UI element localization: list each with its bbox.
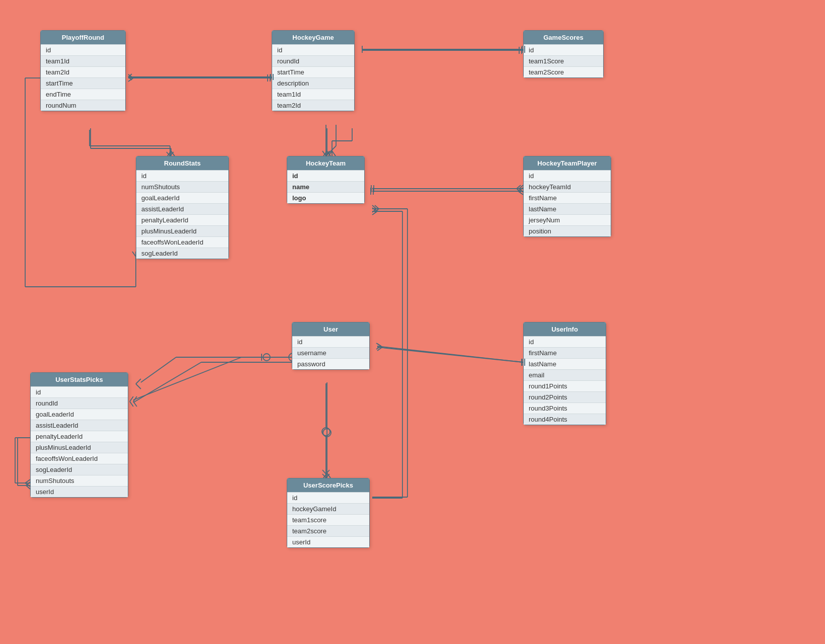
table-user-score-picks: UserScorePicks id hockeyGameId team1scor… [287, 478, 370, 548]
svg-line-27 [141, 357, 176, 382]
table-round-stats: RoundStats id numShutouts goalLeaderId a… [136, 156, 229, 259]
table-playoff-round: PlayoffRound id team1Id team2Id startTim… [40, 30, 126, 111]
field-uscp-userid: userId [287, 536, 369, 547]
svg-line-96 [130, 396, 133, 401]
field-usp-sogleaderid: sogLeaderId [31, 464, 128, 475]
svg-line-25 [518, 191, 523, 195]
svg-line-34 [133, 362, 201, 403]
table-header-user: User [292, 323, 369, 336]
field-hg-team2id: team2Id [272, 100, 354, 111]
svg-line-24 [518, 188, 523, 191]
svg-line-59 [25, 479, 30, 483]
table-header-hockey-team-player: HockeyTeamPlayer [524, 156, 611, 170]
table-game-scores: GameScores id team1Score team2Score [523, 30, 604, 78]
table-user: User id username password [292, 322, 370, 370]
svg-line-85 [517, 185, 521, 189]
field-ui-lastname: lastName [524, 358, 606, 369]
svg-line-87 [377, 346, 523, 362]
field-usp-assistleaderid: assistLeaderId [31, 420, 128, 431]
table-header-user-info: UserInfo [524, 323, 606, 336]
field-rs-penaltyleaderid: penaltyLeaderId [136, 214, 228, 225]
svg-line-60 [25, 483, 30, 487]
table-hockey-game: HockeyGame id roundId startTime descript… [272, 30, 355, 111]
svg-line-49 [372, 211, 377, 215]
field-uscp-id: id [287, 492, 369, 503]
svg-line-42 [377, 347, 382, 351]
svg-line-71 [322, 151, 326, 156]
svg-line-20 [332, 151, 336, 156]
svg-line-78 [167, 152, 170, 156]
field-pr-id: id [41, 44, 125, 55]
field-usp-userid: userId [31, 486, 128, 497]
field-usp-numshutouts: numShutouts [31, 475, 128, 486]
field-htp-id: id [524, 170, 611, 181]
field-rs-id: id [136, 170, 228, 181]
field-hg-id: id [272, 44, 354, 55]
svg-line-88 [376, 343, 381, 346]
svg-line-83 [519, 185, 523, 189]
field-rs-assistleaderid: assistLeaderId [136, 203, 228, 214]
svg-point-37 [323, 429, 331, 437]
table-header-hockey-team: HockeyTeam [287, 156, 364, 170]
field-ht-logo: logo [287, 192, 364, 203]
svg-line-105 [322, 470, 326, 474]
svg-line-19 [328, 151, 332, 156]
svg-line-40 [377, 347, 523, 362]
svg-line-39 [327, 473, 331, 478]
field-rs-plusminusleaderid: plusMinusLeaderId [136, 225, 228, 236]
field-usp-goalleaderid: goalLeaderId [31, 409, 128, 420]
svg-line-112 [375, 205, 379, 209]
field-usp-plusminusleaderid: plusMinusLeaderId [31, 442, 128, 453]
svg-line-38 [323, 473, 327, 478]
svg-line-62 [128, 74, 132, 77]
field-u-username: username [292, 347, 369, 358]
svg-line-31 [136, 379, 141, 384]
svg-line-93 [133, 357, 241, 400]
svg-line-111 [372, 209, 376, 212]
field-htp-firstname: firstName [524, 192, 611, 203]
svg-line-117 [26, 482, 30, 486]
field-usp-faceoffswonleaderid: faceoffsWonLeaderId [31, 453, 128, 464]
table-hockey-team-player: HockeyTeamPlayer id hockeyTeamId firstNa… [523, 156, 611, 237]
diagram-container: PlayoffRound id team1Id team2Id startTim… [0, 0, 825, 644]
field-ui-round1points: round1Points [524, 380, 606, 391]
svg-line-106 [326, 470, 329, 474]
field-gs-team2score: team2Score [524, 66, 603, 77]
field-u-id: id [292, 336, 369, 347]
svg-line-12 [171, 151, 175, 156]
svg-line-48 [372, 208, 377, 211]
svg-line-79 [170, 152, 174, 156]
field-ui-id: id [524, 336, 606, 347]
svg-line-118 [26, 486, 30, 489]
field-uscp-hockeygameid: hockeyGameId [287, 503, 369, 514]
field-hg-team1id: team1Id [272, 89, 354, 100]
svg-line-110 [372, 205, 376, 209]
table-header-user-stats-picks: UserStatsPicks [31, 373, 128, 386]
field-gs-team1score: team1Score [524, 55, 603, 66]
field-u-password: password [292, 358, 369, 369]
table-user-info: UserInfo id firstName lastName email rou… [523, 322, 606, 425]
svg-line-104 [326, 474, 329, 478]
svg-line-97 [130, 401, 133, 407]
svg-line-103 [322, 474, 326, 478]
svg-line-14 [323, 151, 327, 156]
field-htp-hockeyteamid: hockeyTeamId [524, 181, 611, 192]
field-htp-position: position [524, 225, 611, 236]
svg-line-1 [128, 74, 133, 78]
field-pr-starttime: startTime [41, 77, 125, 89]
svg-line-72 [326, 151, 329, 156]
table-header-playoff-round: PlayoffRound [41, 31, 125, 44]
field-uscp-team1score: team1score [287, 514, 369, 525]
svg-line-41 [377, 344, 382, 347]
field-ui-round2points: round2Points [524, 391, 606, 403]
table-header-hockey-game: HockeyGame [272, 31, 354, 44]
table-user-stats-picks: UserStatsPicks id roundId goalLeaderId a… [30, 372, 128, 498]
field-hg-roundid: roundId [272, 55, 354, 66]
table-hockey-team: HockeyTeam id name logo [287, 156, 365, 204]
field-uscp-team2score: team2score [287, 525, 369, 536]
svg-line-89 [376, 346, 381, 349]
field-usp-id: id [31, 386, 128, 397]
svg-line-99 [133, 401, 137, 407]
field-pr-team2id: team2Id [41, 66, 125, 77]
field-ui-round4points: round4Points [524, 414, 606, 425]
